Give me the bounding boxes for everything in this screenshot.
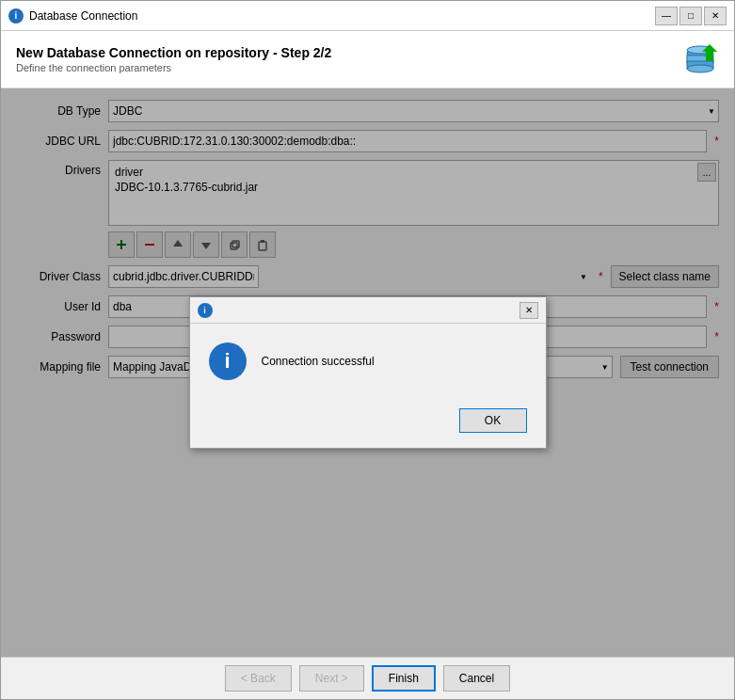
window-title: Database Connection — [29, 9, 137, 23]
dialog-content: i Connection successful — [190, 324, 546, 399]
next-button[interactable]: Next > — [299, 665, 364, 692]
dialog-ok-button[interactable]: OK — [459, 408, 527, 433]
dialog-info-icon: i — [209, 342, 247, 380]
database-icon — [683, 42, 717, 76]
back-button[interactable]: < Back — [225, 665, 292, 692]
dialog-buttons: OK — [190, 399, 546, 448]
title-controls: — □ ✕ — [655, 7, 727, 25]
close-button[interactable]: ✕ — [704, 7, 727, 25]
dialog-overlay: i ✕ i Connection successful OK — [1, 88, 734, 657]
dialog-title-bar: i ✕ — [190, 297, 546, 324]
window-icon: i — [8, 8, 24, 24]
header-icon-area — [681, 40, 719, 78]
dialog-title-left: i — [198, 303, 213, 318]
dialog-title-icon: i — [198, 303, 213, 318]
minimize-button[interactable]: — — [655, 7, 678, 25]
header-subtitle: Define the connection parameters — [16, 62, 681, 73]
header-text: New Database Connection on repository - … — [16, 45, 681, 73]
svg-point-3 — [687, 65, 713, 72]
header-section: New Database Connection on repository - … — [1, 31, 734, 88]
cancel-button[interactable]: Cancel — [443, 665, 510, 692]
title-bar-left: i Database Connection — [8, 8, 137, 24]
main-window: i Database Connection — □ ✕ New Database… — [0, 0, 735, 700]
dialog-message: Connection successful — [262, 355, 375, 368]
header-title: New Database Connection on repository - … — [16, 45, 681, 60]
title-bar: i Database Connection — □ ✕ — [1, 1, 734, 31]
dialog-close-button[interactable]: ✕ — [519, 302, 538, 319]
restore-button[interactable]: □ — [679, 7, 702, 25]
form-area: DB Type JDBC ▼ JDBC URL * Drivers — [1, 88, 734, 657]
bottom-buttons: < Back Next > Finish Cancel — [1, 657, 734, 699]
finish-button[interactable]: Finish — [372, 665, 436, 692]
connection-dialog: i ✕ i Connection successful OK — [189, 296, 547, 449]
